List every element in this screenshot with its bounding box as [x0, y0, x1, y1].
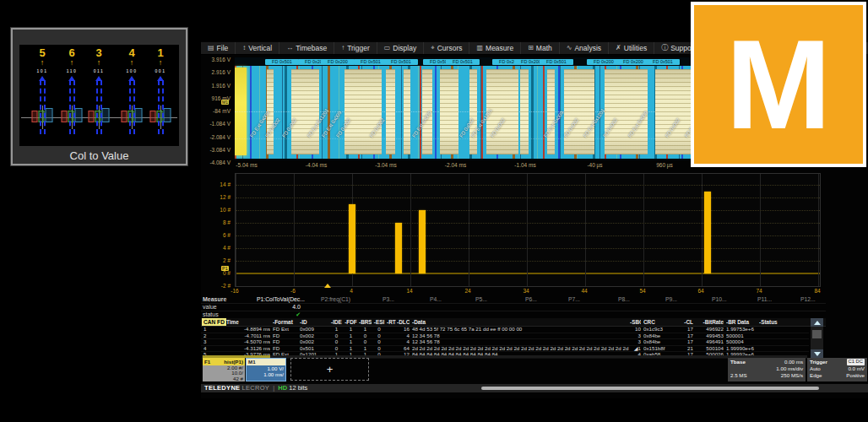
menu-item-measure[interactable]: ▥Measure [469, 42, 521, 54]
value-column: 6↑110 [61, 45, 83, 146]
measure-col-p8[interactable]: P8... [618, 295, 630, 303]
col-header-bitrate[interactable]: -BitRate [694, 318, 724, 326]
cell-cl: 17 [681, 333, 693, 339]
grid-hline [236, 185, 820, 186]
display-icon: ▭ [384, 45, 391, 51]
menu-item-vertical[interactable]: ↕Vertical [236, 42, 279, 54]
menu-item-display[interactable]: ▭Display [377, 42, 424, 54]
hd-badge: HD [278, 384, 287, 392]
menu-item-math[interactable]: ⊞Math [521, 42, 560, 54]
wave-x-label: -5.04 ms [236, 162, 257, 168]
col-to-value-panel[interactable]: 5↑1016↑1103↑0114↑1001↑001 Col to Value [11, 28, 187, 165]
grid-hline [236, 248, 820, 249]
blue-dashed-arrow-icon [96, 80, 102, 134]
m1-descriptor[interactable]: M1 1.00 V/ 1.00 ms/ [246, 358, 286, 381]
table-corner-cell[interactable]: CAN FD [202, 318, 226, 326]
data-phase-burst [344, 69, 382, 154]
cell-ide: 0 [330, 345, 343, 352]
menu-item-timebase[interactable]: ↔Timebase [279, 42, 334, 54]
cell-fdf: 1 [344, 345, 357, 352]
scrollbar-thumb[interactable] [812, 330, 822, 338]
up-arrow-icon: ↑ [121, 59, 143, 67]
cell-crc: 0x84be [643, 333, 681, 339]
brand-text: TELEDYNE LECROY | HD 12 bits [204, 384, 307, 392]
measure-col-p3[interactable]: P3... [382, 295, 394, 303]
tbase-points: 2.5 MS [730, 372, 747, 379]
divider: | [273, 384, 274, 392]
table-scrollbar[interactable] [811, 318, 823, 358]
cell-cl: 21 [681, 345, 693, 352]
grid-vline [702, 174, 703, 286]
brand-logo: M [691, 2, 866, 167]
cell-esi: 0 [373, 345, 385, 352]
col-header-fdf[interactable]: -FDF [344, 318, 357, 326]
col-to-value-preview: 5↑1016↑1103↑0114↑1001↑001 [19, 45, 179, 146]
column-digit: 6 [61, 46, 83, 59]
measure-col-p7[interactable]: P7... [568, 295, 580, 303]
horizontal-arrows-icon: ↔ [286, 45, 293, 51]
cell-format: FD Ext [273, 326, 298, 333]
menu-item-label: Display [393, 44, 416, 52]
measure-col-p5[interactable]: P5... [475, 295, 487, 303]
measure-col-p11[interactable]: P11... [757, 295, 772, 303]
red-box-icon [62, 111, 68, 122]
measure-col-p1[interactable]: P1:ColToVal(Dec... [257, 295, 305, 303]
col-header-dlc[interactable]: -DLC [397, 318, 410, 326]
menu-item-cursors[interactable]: ⌖Cursors [424, 42, 469, 54]
cell-sbc: ◢1 [630, 345, 641, 352]
cell-sbc: 10 [630, 326, 641, 333]
col-header-brdata[interactable]: -BR Data [726, 318, 758, 326]
histogram-plot[interactable] [235, 173, 821, 287]
horizontal-scroll-indicator[interactable] [481, 387, 819, 390]
data-phase-burst [547, 69, 556, 154]
hist-y-label: 10 # [220, 207, 231, 213]
timebase-descriptor[interactable]: Tbase0.00 ms 1.00 ms/div 2.5 MS250 MS/s [728, 358, 806, 381]
measure-col-p10[interactable]: P10... [712, 295, 727, 303]
col-header-brs[interactable]: -BRS [359, 318, 372, 326]
col-header-crc[interactable]: CRC [643, 318, 681, 326]
hist-y-label: 4 # [223, 245, 231, 251]
frame-id-tab: FD 0x501 [384, 59, 418, 65]
measure-table: Measure P1:ColToVal(Dec...P2:freq(C1)P3.… [201, 295, 826, 318]
row-index: 4 [203, 345, 220, 352]
trigger-descriptor[interactable]: TriggerC1 DC Auto0.0 mV EdgePositive [807, 358, 867, 381]
hist-x-label: 44 [581, 288, 587, 294]
scroll-down-button[interactable] [811, 349, 823, 358]
cell-data: 48 4d 53 5f 72 75 6c 65 7a 21 dd ee ff 0… [412, 326, 630, 333]
measure-col-p4[interactable]: P4... [430, 295, 442, 303]
col-header-rtr[interactable]: -RTR [387, 318, 396, 326]
col-header-id[interactable]: -ID [300, 318, 328, 326]
scroll-up-button[interactable] [811, 318, 823, 327]
measure-col-p2[interactable]: P2:freq(C1) [321, 295, 350, 303]
wave-y-label: -1.084 V [209, 121, 231, 127]
menu-item-analysis[interactable]: ∿Analysis [560, 42, 609, 54]
cell-esi: 0 [373, 333, 385, 339]
grid-vline [236, 174, 236, 286]
histogram-bar [395, 223, 402, 273]
col-header-sbc[interactable]: -SBC [630, 318, 641, 326]
col-header-ide[interactable]: -IDE [330, 318, 343, 326]
menu-item-file[interactable]: ▤File [201, 42, 236, 54]
f1-descriptor[interactable]: F1 hist(P1) 2.00 #/ 10.0/ 42 # [203, 358, 245, 381]
measure-col-p12[interactable]: P12... [800, 295, 816, 303]
col-header-time[interactable]: Time [226, 318, 270, 326]
menu-item-trigger[interactable]: ↑Trigger [334, 42, 377, 54]
grid-hline [236, 210, 820, 211]
col-header-cl[interactable]: -CL [681, 318, 693, 326]
status-row-label: status [203, 311, 219, 318]
triangle-down-icon [814, 352, 821, 356]
measure-col-p6[interactable]: P6... [525, 295, 537, 303]
add-trace-button[interactable]: + [290, 358, 369, 381]
cell-format: FD [273, 338, 298, 345]
col-header-format[interactable]: -Format [273, 318, 298, 326]
menu-item-utilities[interactable]: ✗Utilities [609, 42, 654, 54]
hist-x-label: 4 [350, 288, 353, 294]
col-header-esi[interactable]: -ESI [373, 318, 385, 326]
measure-col-p9[interactable]: P9... [665, 295, 677, 303]
blue-box-icon [164, 108, 171, 122]
tbase-label: Tbase [730, 359, 746, 365]
frame-id-tab: FD 0x501 [646, 59, 680, 65]
col-header-data[interactable]: -Data [412, 318, 630, 326]
col-header-status[interactable]: -Status [759, 318, 806, 326]
decode-table: CAN FD Time-Format-ID-IDE-FDF-BRS-ESI-RT… [201, 318, 826, 358]
